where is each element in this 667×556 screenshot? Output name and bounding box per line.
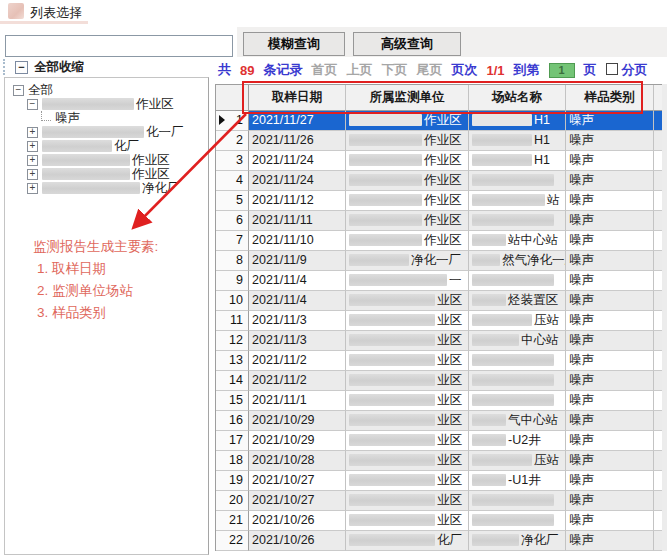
table-row[interactable]: 132021/11/2业区噪声 bbox=[216, 351, 663, 371]
table-row[interactable]: 32021/11/24作业区H1噪声 bbox=[216, 151, 663, 171]
last-page-link[interactable]: 尾页 bbox=[416, 61, 442, 79]
prev-page-link[interactable]: 上页 bbox=[346, 61, 372, 79]
redacted-blur bbox=[472, 394, 554, 406]
tree-item[interactable]: 噪声 bbox=[5, 111, 208, 125]
tree-expander-icon[interactable]: + bbox=[27, 183, 38, 194]
redacted-blur bbox=[349, 294, 435, 306]
station-cell bbox=[469, 491, 566, 511]
tree-expander-icon[interactable]: + bbox=[27, 141, 38, 152]
date-cell: 2021/11/24 bbox=[249, 151, 346, 171]
redacted-blur bbox=[472, 474, 506, 486]
table-header-row: 取样日期所属监测单位场站名称样品类别 bbox=[216, 85, 663, 111]
next-page-link[interactable]: 下页 bbox=[381, 61, 407, 79]
advanced-query-button[interactable]: 高级查询 bbox=[353, 32, 461, 56]
table-row[interactable]: 72021/11/10作业区站中心站噪声 bbox=[216, 231, 663, 251]
date-cell: 2021/11/27 bbox=[249, 111, 346, 131]
column-header[interactable]: 样品类别 bbox=[566, 85, 654, 111]
table-row[interactable]: 172021/10/29业区-U2井噪声 bbox=[216, 431, 663, 451]
table-row[interactable]: 62021/11/11作业区噪声 bbox=[216, 211, 663, 231]
tree-item[interactable]: +化厂 bbox=[5, 139, 208, 153]
tree-item-label: 作业区 bbox=[132, 154, 170, 167]
date-cell: 2021/10/29 bbox=[249, 411, 346, 431]
redacted-blur bbox=[349, 194, 422, 206]
date-cell: 2021/11/9 bbox=[249, 251, 346, 271]
column-header[interactable]: 所属监测单位 bbox=[346, 85, 469, 111]
tree-item[interactable]: +作业区 bbox=[5, 153, 208, 167]
table-row[interactable]: 92021/11/4一噪声 bbox=[216, 271, 663, 291]
grip-icon bbox=[3, 59, 8, 75]
tree-item[interactable]: +净化厂 bbox=[5, 181, 208, 195]
pagination-bar: 共 89 条记录 首页 上页 下页 尾页 页次 1/1 到第 1 页 分页 bbox=[218, 60, 667, 80]
table-row[interactable]: 12021/11/27作业区H1噪声 bbox=[216, 111, 663, 131]
column-header[interactable]: 场站名称 bbox=[469, 85, 566, 111]
redacted-blur bbox=[472, 174, 554, 186]
tree-expander-icon[interactable]: + bbox=[27, 127, 38, 138]
table-row[interactable]: 122021/11/3业区中心站噪声 bbox=[216, 331, 663, 351]
tree-item-root[interactable]: −全部 bbox=[5, 83, 208, 97]
date-cell: 2021/11/3 bbox=[249, 311, 346, 331]
goto-page-input[interactable]: 1 bbox=[549, 63, 575, 78]
minus-icon: − bbox=[15, 61, 28, 74]
unit-cell: 业区 bbox=[346, 391, 469, 411]
tree-leaf-connector-icon bbox=[41, 111, 51, 121]
table-row[interactable]: 42021/11/24作业区噪声 bbox=[216, 171, 663, 191]
unit-cell: 业区 bbox=[346, 451, 469, 471]
row-number-cell: 21 bbox=[216, 511, 249, 531]
redacted-blur bbox=[349, 394, 435, 406]
table-row[interactable]: 212021/10/26业区噪声 bbox=[216, 511, 663, 531]
table-row[interactable]: 142021/11/2业区噪声 bbox=[216, 371, 663, 391]
table-row[interactable]: 102021/11/4业区烃装置区噪声 bbox=[216, 291, 663, 311]
unit-cell: 业区 bbox=[346, 351, 469, 371]
table-row[interactable]: 82021/11/9净化一厂然气净化一厂噪声 bbox=[216, 251, 663, 271]
table-row[interactable]: 192021/10/27业区-U1井噪声 bbox=[216, 471, 663, 491]
type-cell: 噪声 bbox=[566, 311, 654, 331]
first-page-link[interactable]: 首页 bbox=[311, 61, 337, 79]
unit-cell: 作业区 bbox=[346, 231, 469, 251]
table-row[interactable]: 202021/10/27业区噪声 bbox=[216, 491, 663, 511]
redacted-blur bbox=[472, 454, 532, 466]
redacted-blur bbox=[349, 374, 435, 386]
table-row[interactable]: 52021/11/12作业区站噪声 bbox=[216, 191, 663, 211]
type-cell: 噪声 bbox=[566, 111, 654, 131]
annotation-item: 3. 样品类别 bbox=[33, 302, 158, 324]
unit-cell: 业区 bbox=[346, 431, 469, 451]
row-number-cell: 3 bbox=[216, 151, 249, 171]
table-row[interactable]: 22021/11/26作业区H1噪声 bbox=[216, 131, 663, 151]
table-row[interactable]: 112021/11/3业区压站噪声 bbox=[216, 311, 663, 331]
table-row[interactable]: 222021/10/26化厂净化厂噪声 bbox=[216, 531, 663, 551]
redacted-blur bbox=[472, 334, 519, 346]
table-row[interactable]: 162021/10/29业区气中心站噪声 bbox=[216, 411, 663, 431]
station-cell: H1 bbox=[469, 111, 566, 131]
redacted-blur bbox=[349, 114, 422, 126]
redacted-blur bbox=[349, 494, 435, 506]
unit-cell: 作业区 bbox=[346, 211, 469, 231]
tree-expander-icon[interactable]: − bbox=[27, 99, 38, 110]
unit-cell: 作业区 bbox=[346, 171, 469, 191]
data-table: 取样日期所属监测单位场站名称样品类别12021/11/27作业区H1噪声2202… bbox=[215, 84, 663, 551]
table-row[interactable]: 182021/10/28业区压站噪声 bbox=[216, 451, 663, 471]
collapse-all-button[interactable]: − 全部收缩 bbox=[3, 58, 84, 76]
redacted-blur bbox=[349, 454, 435, 466]
type-cell: 噪声 bbox=[566, 251, 654, 271]
date-cell: 2021/10/27 bbox=[249, 491, 346, 511]
redacted-blur bbox=[42, 140, 112, 152]
tree-item[interactable]: +化一厂 bbox=[5, 125, 208, 139]
type-cell: 噪声 bbox=[566, 231, 654, 251]
page-number: 1/1 bbox=[486, 63, 504, 78]
date-cell: 2021/10/27 bbox=[249, 471, 346, 491]
tree-item[interactable]: −作业区 bbox=[5, 97, 208, 111]
paging-checkbox[interactable] bbox=[606, 63, 618, 75]
table-row[interactable]: 152021/11/1业区噪声 bbox=[216, 391, 663, 411]
row-number-cell: 8 bbox=[216, 251, 249, 271]
fuzzy-query-button[interactable]: 模糊查询 bbox=[243, 32, 345, 56]
tree-item[interactable]: +作业区 bbox=[5, 167, 208, 181]
tree-expander-icon[interactable]: + bbox=[27, 155, 38, 166]
search-input[interactable] bbox=[5, 35, 233, 57]
tree-expander-icon[interactable]: + bbox=[27, 169, 38, 180]
tree-expander-icon[interactable]: − bbox=[13, 85, 24, 96]
tree-item-label: 作业区 bbox=[132, 168, 170, 181]
date-cell: 2021/11/11 bbox=[249, 211, 346, 231]
paging-toggle: 分页 bbox=[606, 61, 648, 79]
station-cell: 气中心站 bbox=[469, 411, 566, 431]
column-header[interactable]: 取样日期 bbox=[249, 85, 346, 111]
